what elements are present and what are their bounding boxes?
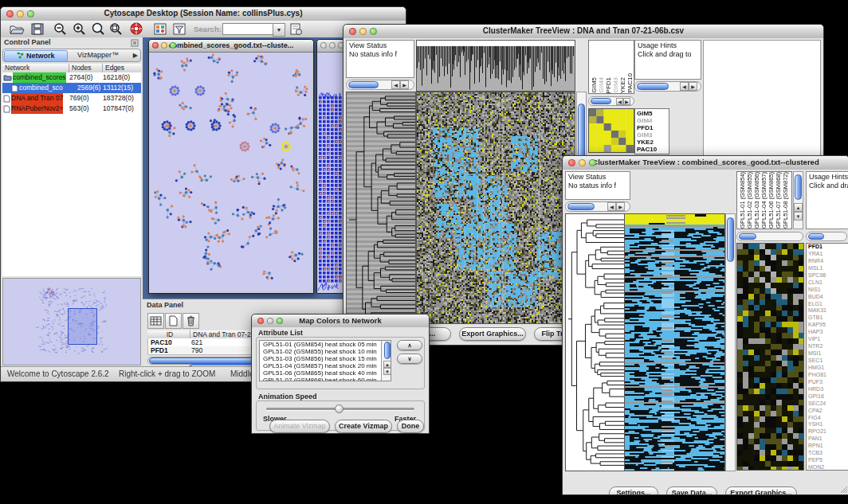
network-row-selected[interactable]: combined_sco 2569(6) 13112(15)	[2, 83, 141, 93]
gene-label[interactable]: ELG1	[808, 301, 848, 308]
col-header-nodes[interactable]: Nodes	[69, 64, 103, 72]
new-page-icon[interactable]	[165, 313, 182, 329]
tab-network[interactable]: Network	[4, 50, 68, 62]
tab-vizmapper[interactable]: VizMapper™	[69, 50, 128, 61]
column-label[interactable]: GIM5	[591, 77, 598, 93]
attribute-list-item[interactable]: GPL51-04 (GSM857) heat shock 20 min	[261, 362, 380, 369]
column-label[interactable]: GPL51-04 (GSM857)	[760, 172, 768, 229]
gene-label[interactable]: HMG1	[808, 365, 848, 372]
column-label[interactable]: GPL51-08 (GSM872)	[782, 172, 789, 229]
column-label[interactable]: PAC10	[626, 73, 634, 93]
gene-label[interactable]: RPN1	[808, 443, 848, 450]
attribute-list-item[interactable]: GPL51-03 (GSM856) heat shock 15 min	[261, 355, 380, 362]
gene-label[interactable]: HAP3	[808, 329, 848, 336]
minimize-button[interactable]	[17, 10, 24, 18]
tree-hscrollbar[interactable]: ◀▶	[565, 201, 630, 212]
treeview2-titlebar[interactable]: ClusterMaker TreeView : combined_scores_…	[563, 156, 848, 170]
birdseye-selection-rect[interactable]	[68, 308, 97, 345]
filter-page-icon[interactable]	[171, 21, 187, 37]
array-dendrogram-canvas[interactable]	[416, 40, 575, 92]
zoom-button[interactable]	[277, 318, 283, 324]
gene-label[interactable]: TCB3	[808, 450, 848, 457]
save-data-button[interactable]: Save Data...	[666, 486, 717, 494]
tree-hscrollbar[interactable]: ◀▶	[346, 80, 414, 90]
column-label[interactable]: GPL51-06 (GSM865)	[768, 172, 775, 229]
zoom-hscrollbar[interactable]	[736, 232, 803, 241]
network-row[interactable]: DNA and Tran 07 769(0) 183728(0)	[2, 93, 141, 104]
close-button[interactable]	[320, 42, 327, 49]
zoom-selected-icon[interactable]	[90, 21, 106, 37]
close-button[interactable]	[152, 42, 159, 49]
table-grid-icon[interactable]	[147, 313, 164, 329]
float-panel-icon[interactable]	[131, 39, 139, 47]
col-header-edges[interactable]: Edges	[103, 64, 141, 72]
move-down-button[interactable]: ∨	[397, 354, 422, 364]
zoom-out-icon[interactable]	[52, 21, 68, 37]
gene-label[interactable]: PUF3	[808, 379, 848, 386]
dialog-titlebar[interactable]: Map Colors to Network	[252, 315, 429, 328]
zoom-button[interactable]	[370, 28, 377, 35]
zoom-in-icon[interactable]	[71, 21, 87, 37]
cytoscape-titlebar[interactable]: Cytoscape Desktop (Session Name: collins…	[1, 7, 406, 21]
gene-label[interactable]: NTR2	[808, 343, 848, 350]
gene-labels-hscrollbar[interactable]	[806, 232, 847, 241]
gene-label[interactable]: MSL1	[808, 265, 848, 272]
column-label[interactable]: GPL51-02 (GSM855)	[746, 172, 753, 229]
row-label[interactable]: GIM4	[637, 117, 667, 124]
zoom-hscrollbar[interactable]: ◀▶	[588, 96, 634, 106]
treeview1-titlebar[interactable]: ClusterMaker TreeView : DNA and Tran 07-…	[344, 25, 823, 39]
close-button[interactable]	[568, 159, 575, 166]
row-label[interactable]: PAC10	[637, 146, 667, 153]
row-label[interactable]: PFD1	[637, 124, 667, 131]
vizmapper-grid-icon[interactable]	[152, 21, 168, 37]
gene-label[interactable]: MAK31	[808, 307, 848, 315]
attribute-list-item[interactable]: GPL51-07 (GSM868) heat shock 60 min	[261, 377, 380, 381]
zoom-button[interactable]	[170, 42, 176, 49]
column-label[interactable]: GPL51-07 (GSM868)	[775, 172, 782, 229]
zoom-button[interactable]	[589, 159, 596, 166]
column-labels-vscrollbar[interactable]: ▲ ▼	[793, 171, 803, 229]
attribute-listbox[interactable]: GPL51-01 (GSM854) heat shock 05 minGPL51…	[259, 340, 391, 381]
minimize-button[interactable]	[161, 42, 167, 49]
column-label[interactable]: PFD1	[605, 77, 612, 93]
column-label[interactable]: GPL51-01 (GSM854)	[739, 172, 746, 229]
zoom-button[interactable]	[27, 10, 34, 18]
gene-label[interactable]: SEC1	[808, 357, 848, 365]
gene-label[interactable]: RNR4	[808, 258, 848, 265]
trash-icon[interactable]	[183, 313, 199, 329]
minimize-button[interactable]	[359, 28, 367, 35]
gene-label[interactable]: RPO21	[808, 428, 848, 436]
gene-label[interactable]: FIG4	[808, 415, 848, 422]
export-graphics-button[interactable]: Export Graphics...	[459, 327, 526, 341]
zoom-heatmap-canvas[interactable]	[736, 243, 804, 471]
search-input[interactable]	[222, 23, 273, 35]
gene-label[interactable]: CPA2	[808, 408, 848, 415]
gene-label[interactable]: KAP95	[808, 322, 848, 329]
column-label[interactable]: YKE2	[619, 77, 626, 93]
close-button[interactable]	[349, 28, 356, 35]
network-row[interactable]: combined_scores 2764(0) 16218(0)	[2, 72, 141, 83]
gene-label[interactable]: SPC98	[808, 272, 848, 279]
network-row[interactable]: RNAPuberNov2+ 563(0) 107847(0)	[2, 104, 141, 114]
data-col-id[interactable]: ID	[147, 330, 190, 338]
network-canvas[interactable]	[149, 53, 312, 292]
row-label[interactable]: GIM5	[637, 110, 667, 117]
zoom-heatmap-canvas[interactable]	[588, 108, 634, 153]
gene-label[interactable]: PFD1	[808, 244, 848, 251]
row-label[interactable]: GIM3	[637, 131, 667, 139]
gene-label[interactable]: CLN1	[808, 279, 848, 287]
gene-label[interactable]: HRD3	[808, 386, 848, 393]
gene-label[interactable]: PHO81	[808, 372, 848, 379]
gene-dendrogram-canvas[interactable]	[346, 92, 416, 324]
gene-label[interactable]: NIS1	[808, 287, 848, 294]
heatmap-canvas[interactable]	[624, 213, 725, 471]
gene-label[interactable]: PEP5	[808, 457, 848, 464]
attribute-list-item[interactable]: GPL51-02 (GSM855) heat shock 10 min	[261, 348, 380, 355]
gene-label[interactable]: VIP1	[808, 336, 848, 343]
birdseye-view[interactable]	[2, 278, 141, 365]
minimize-button[interactable]	[267, 318, 273, 324]
gene-label[interactable]: MSI1	[808, 350, 848, 357]
export-graphics-button[interactable]: Export Graphics...	[725, 486, 797, 494]
heatmap-canvas[interactable]	[416, 92, 575, 324]
gene-label[interactable]: MON2	[808, 464, 848, 471]
